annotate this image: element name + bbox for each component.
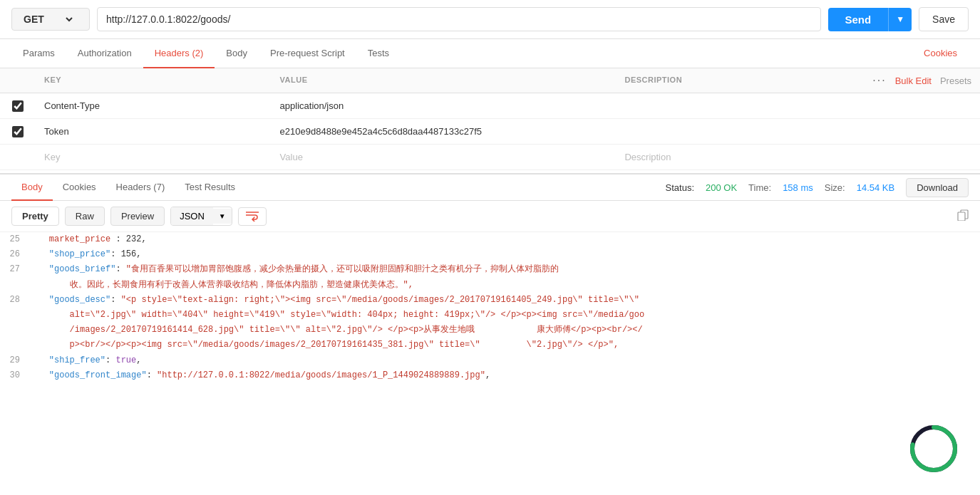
row1-key-cell: Content-Type: [36, 93, 272, 118]
response-size: 14.54 KB: [857, 182, 895, 193]
send-dropdown-button[interactable]: ▼: [888, 8, 912, 31]
presets-button[interactable]: Presets: [940, 75, 971, 86]
format-dropdown[interactable]: JSON ▼: [170, 207, 232, 226]
tab-authorization[interactable]: Authorization: [66, 39, 143, 68]
desc-column-header: DESCRIPTION: [616, 68, 852, 93]
pretty-button[interactable]: Pretty: [11, 207, 59, 226]
top-bar: GET POST PUT DELETE PATCH Send ▼ Save: [0, 0, 980, 39]
status-code: 200 OK: [706, 182, 737, 193]
code-line: 27 "goods_brief": "食用百香果可以增加胃部饱腹感，减少余热量的…: [0, 262, 980, 277]
headers-table-header: KEY VALUE DESCRIPTION ··· Bulk Edit Pres…: [0, 68, 980, 93]
code-line: /images/2_20170719161414_628.jpg\" title…: [0, 323, 980, 338]
row2-value-cell: e210e9d8488e9e452a4c5c6d8daa4487133c27f5: [272, 119, 617, 144]
send-button-group: Send ▼: [828, 8, 912, 31]
placeholder-key[interactable]: Key: [36, 145, 272, 170]
raw-button[interactable]: Raw: [65, 207, 105, 226]
row1-desc-cell: [616, 99, 852, 113]
table-row: Content-Type application/json: [0, 93, 980, 119]
check-column-header: [0, 68, 36, 93]
row1-check-cell[interactable]: [0, 95, 36, 118]
table-row-placeholder: Key Value Description: [0, 145, 980, 170]
tab-params[interactable]: Params: [11, 39, 66, 68]
response-time: 158 ms: [783, 182, 813, 193]
placeholder-value[interactable]: Value: [272, 145, 617, 170]
code-line: 收。因此，长期食用有利于改善人体营养吸收结构，降低体内脂肪，塑造健康优美体态。"…: [0, 278, 980, 293]
request-tabs-bar: Params Authorization Headers (2) Body Pr…: [0, 39, 980, 68]
resp-tab-body[interactable]: Body: [11, 174, 53, 201]
resp-tab-headers[interactable]: Headers (7): [106, 174, 175, 201]
format-dropdown-arrow[interactable]: ▼: [213, 209, 232, 224]
headers-table-container: KEY VALUE DESCRIPTION ··· Bulk Edit Pres…: [0, 68, 980, 170]
copy-button[interactable]: [957, 209, 969, 224]
table-row: Token e210e9d8488e9e452a4c5c6d8daa448713…: [0, 119, 980, 145]
send-button[interactable]: Send: [828, 8, 889, 31]
copy-icon: [957, 209, 969, 221]
tab-headers[interactable]: Headers (2): [143, 39, 215, 68]
format-dropdown-main[interactable]: JSON: [171, 207, 213, 225]
row1-checkbox[interactable]: [12, 100, 24, 112]
key-column-header: KEY: [36, 68, 272, 93]
placeholder-check-cell: [0, 152, 36, 163]
method-selector[interactable]: GET POST PUT DELETE PATCH: [11, 8, 90, 31]
value-column-header: VALUE: [272, 68, 617, 93]
download-button[interactable]: Download: [906, 178, 969, 197]
code-line: 30 "goods_front_image": "http://127.0.0.…: [0, 368, 980, 383]
wrap-button[interactable]: [238, 207, 267, 226]
code-line: 28 "goods_desc": "<p style=\"text-align:…: [0, 293, 980, 308]
code-line: 29 "ship_free": true,: [0, 353, 980, 368]
bulk-edit-button[interactable]: Bulk Edit: [895, 75, 932, 86]
code-line: 25 market_price : 232,: [0, 232, 980, 247]
row2-checkbox[interactable]: [12, 126, 24, 137]
response-tabs-bar: Body Cookies Headers (7) Test Results St…: [0, 173, 980, 201]
code-line: 26 "shop_price": 156,: [0, 247, 980, 262]
row1-value-cell: application/json: [272, 93, 617, 118]
resp-tab-cookies[interactable]: Cookies: [53, 174, 106, 201]
code-area[interactable]: 25 market_price : 232, 26 "shop_price": …: [0, 232, 980, 389]
tab-cookies[interactable]: Cookies: [912, 39, 969, 68]
time-label: Time:: [748, 182, 771, 193]
size-label: Size:: [825, 182, 845, 193]
preview-button[interactable]: Preview: [110, 207, 165, 226]
tab-body[interactable]: Body: [215, 39, 259, 68]
resp-tab-test-results[interactable]: Test Results: [175, 174, 245, 201]
row2-check-cell[interactable]: [0, 120, 36, 143]
url-input[interactable]: [97, 7, 821, 31]
status-bar: Status: 200 OK Time: 158 ms Size: 14.54 …: [666, 178, 969, 197]
svg-rect-1: [958, 212, 965, 221]
code-line: p><br/></p><p><img src=\"/media/goods/im…: [0, 338, 980, 353]
status-label: Status:: [666, 182, 694, 193]
code-line: alt=\"2.jpg\" width=\"404\" height=\"419…: [0, 308, 980, 323]
tab-tests[interactable]: Tests: [356, 39, 401, 68]
method-dropdown[interactable]: GET POST PUT DELETE PATCH: [21, 13, 75, 26]
placeholder-desc[interactable]: Description: [616, 145, 852, 170]
actions-column-header: ··· Bulk Edit Presets: [852, 68, 980, 93]
more-options-button[interactable]: ···: [872, 74, 886, 87]
row2-desc-cell: [616, 125, 852, 139]
tab-pre-request-script[interactable]: Pre-request Script: [259, 39, 356, 68]
format-bar: Pretty Raw Preview JSON ▼: [0, 201, 980, 232]
save-button[interactable]: Save: [919, 7, 969, 31]
wrap-icon: [246, 212, 259, 222]
row2-key-cell: Token: [36, 119, 272, 144]
